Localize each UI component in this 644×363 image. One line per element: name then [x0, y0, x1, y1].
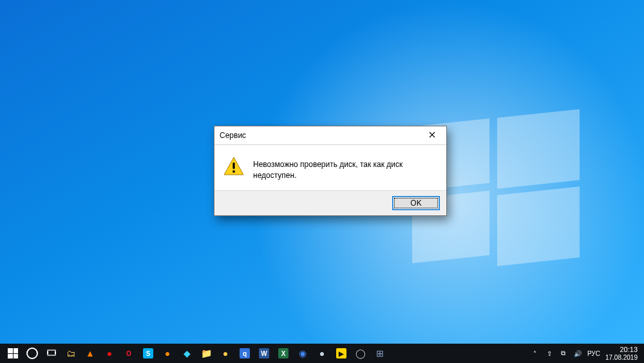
- taskbar-app-vlc[interactable]: ▲: [81, 344, 99, 362]
- folder-icon: 📁: [201, 348, 212, 358]
- taskbar-app-steam[interactable]: ●: [313, 344, 331, 362]
- clock-time: 20:13: [605, 346, 638, 353]
- warning-icon: [223, 157, 244, 178]
- svg-rect-3: [47, 351, 48, 354]
- taskbar: 🗂▲●OS●◆📁●qWX◉●▶◯⊞ ˄ ⇧ ⧉ 🔊 РУС 20:13 17.0…: [0, 344, 644, 363]
- excel-icon: X: [278, 348, 289, 358]
- taskbar-app-opera[interactable]: O: [120, 344, 138, 362]
- taskbar-app-obs[interactable]: ◯: [352, 344, 370, 362]
- steam-icon: ●: [319, 348, 325, 358]
- qbittorrent-icon: q: [240, 348, 250, 358]
- taskview-icon: [47, 348, 56, 359]
- taskbar-app-firefox[interactable]: ●: [158, 344, 176, 362]
- potplayer-icon: ▶: [336, 348, 346, 358]
- clock-date: 17.08.2019: [605, 354, 638, 361]
- obs-icon: ◯: [355, 348, 366, 358]
- calculator-icon: ⊞: [376, 348, 384, 358]
- taskbar-app-file-explorer[interactable]: 🗂: [62, 344, 80, 362]
- ok-button[interactable]: OK: [392, 196, 440, 210]
- tray-volume-icon[interactable]: 🔊: [573, 350, 582, 357]
- browser-red-icon: ●: [107, 348, 112, 358]
- taskbar-app-vegas[interactable]: ◆: [178, 344, 196, 362]
- close-button[interactable]: [419, 127, 445, 144]
- firefox-icon: ●: [165, 348, 170, 358]
- tray-language[interactable]: РУС: [587, 350, 600, 357]
- dialog-footer: OK: [214, 190, 446, 215]
- taskbar-clock[interactable]: 20:13 17.08.2019: [605, 346, 638, 360]
- tray-network-icon[interactable]: ⧉: [559, 349, 568, 357]
- system-tray: ˄ ⇧ ⧉ 🔊 РУС 20:13 17.08.2019: [531, 346, 640, 360]
- start-icon: [8, 348, 18, 358]
- chrome-canary-icon: ●: [223, 348, 228, 358]
- taskbar-app-cortana[interactable]: [23, 344, 41, 362]
- taskbar-app-chrome[interactable]: ◉: [294, 344, 312, 362]
- dialog-content: Невозможно проверить диск, так как диск …: [214, 145, 446, 190]
- taskbar-app-folder[interactable]: 📁: [197, 344, 215, 362]
- svg-rect-0: [232, 162, 234, 169]
- close-icon: [429, 131, 435, 140]
- vlc-icon: ▲: [86, 348, 95, 358]
- error-dialog: Сервис Невозможно проверить диск, так ка…: [214, 126, 447, 216]
- dialog-message: Невозможно проверить диск, так как диск …: [253, 157, 437, 181]
- opera-icon: O: [124, 348, 134, 358]
- svg-point-1: [232, 170, 235, 173]
- tray-usb-icon[interactable]: ⇧: [545, 350, 554, 357]
- desktop-wallpaper: Сервис Невозможно проверить диск, так ка…: [0, 0, 644, 363]
- taskbar-app-potplayer[interactable]: ▶: [332, 344, 350, 362]
- cortana-icon: [26, 348, 38, 359]
- taskbar-app-qbittorrent[interactable]: q: [236, 344, 254, 362]
- tray-chevron-icon[interactable]: ˄: [531, 350, 540, 357]
- taskbar-app-taskview[interactable]: [43, 344, 61, 362]
- vegas-icon: ◆: [184, 348, 191, 358]
- taskbar-app-skype[interactable]: S: [139, 344, 157, 362]
- taskbar-app-browser-red[interactable]: ●: [100, 344, 118, 362]
- skype-icon: S: [143, 348, 153, 358]
- taskbar-app-calculator[interactable]: ⊞: [371, 344, 389, 362]
- word-icon: W: [259, 348, 269, 358]
- taskbar-app-excel[interactable]: X: [274, 344, 292, 362]
- taskbar-app-chrome-canary[interactable]: ●: [216, 344, 234, 362]
- svg-rect-4: [55, 351, 56, 354]
- taskbar-app-word[interactable]: W: [255, 344, 273, 362]
- chrome-icon: ◉: [299, 348, 307, 358]
- dialog-titlebar[interactable]: Сервис: [214, 126, 446, 145]
- file-explorer-icon: 🗂: [66, 348, 75, 358]
- taskbar-app-start[interactable]: [4, 344, 22, 362]
- taskbar-apps: 🗂▲●OS●◆📁●qWX◉●▶◯⊞: [4, 344, 389, 362]
- svg-rect-2: [48, 350, 55, 355]
- dialog-title: Сервис: [220, 131, 246, 140]
